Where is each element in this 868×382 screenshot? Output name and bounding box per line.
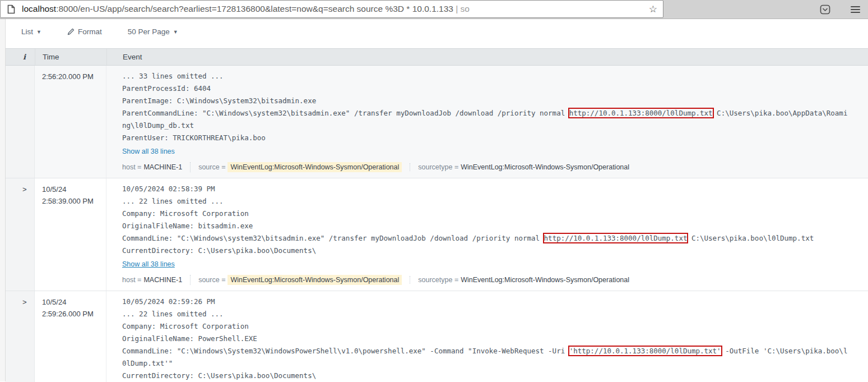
event-text-segment: ParentImage: C:\Windows\System32\bitsadm… [122,96,316,105]
pocket-icon[interactable] [820,4,830,15]
left-gutter [0,19,6,381]
event-row: >10/5/242:59:26.000 PM10/05/2024 02:59:2… [6,291,868,382]
event-raw-line: CurrentDirectory: C:\Users\pika.boo\Docu… [122,370,868,382]
field-host: host = MACHINE-1 [122,163,182,171]
event-text-segment: 0lDump.txt'" [122,359,173,367]
event-text-segment: ParentUser: TRICKORTHREAT\pika.boo [122,134,266,142]
annotation-box: http://10.0.1.133:8000/l0lDump.txt [569,109,713,117]
event-date: 10/5/24 [42,296,106,308]
format-button[interactable]: Format [67,27,102,36]
event-raw-line: ParentProcessId: 6404 [122,82,868,95]
annotation-box: 'http://10.0.1.133:8000/l0lDump.txt' [569,347,721,355]
event-raw-line: 10/05/2024 02:58:39 PM [122,183,868,195]
event-text-segment: ng\l0lDump_db.txt [122,121,194,130]
event-text-segment: 10/05/2024 02:58:39 PM [122,185,215,193]
event-raw-line: ng\l0lDump_db.txt [122,119,868,132]
event-raw-line: CommandLine: "C:\Windows\System32\Window… [122,345,868,357]
field-key: source = [198,163,225,171]
event-text-segment: OriginalFileName: bitsadmin.exe [122,222,253,230]
event-text-segment: ... 33 lines omitted ... [122,72,224,80]
events-table-header: i Time Event [6,48,868,66]
event-date: 10/5/24 [42,183,106,195]
field-key: host = [122,276,141,284]
field-sourcetype: sourcetype = WinEventLog:Microsoft-Windo… [410,276,629,284]
event-raw-line: ParentCommandLine: "C:\Windows\system32\… [122,107,868,119]
event-time-cell: 10/5/242:59:26.000 PM [35,291,106,382]
event-time-cell: 2:56:20.000 PM [35,66,106,178]
field-key: host = [122,163,141,171]
menu-icon[interactable] [851,6,860,13]
event-text-segment: C:\Users\pika.boo\AppData\Roami [713,109,848,117]
event-text-segment: C:\Users\pika.boo\l0lDump.txt [687,234,814,242]
event-fields-row: host = MACHINE-1source = WinEventLog:Mic… [122,162,868,172]
annotation-box: http://10.0.1.133:8000/l0lDump.txt [544,234,688,242]
url-text[interactable]: localhost:8000/en-US/app/search/search?e… [22,4,644,14]
event-raw-line: CurrentDirectory: C:\Users\pika.boo\Docu… [122,245,868,257]
url-bar[interactable]: localhost:8000/en-US/app/search/search?e… [0,0,663,18]
event-time: 2:59:26.000 PM [42,308,106,320]
bookmark-star-icon[interactable]: ☆ [649,3,657,15]
event-raw-line: OriginalFileName: bitsadmin.exe [122,220,868,232]
header-time-column[interactable]: Time [35,49,106,65]
field-value[interactable]: WinEventLog:Microsoft-Windows-Sysmon/Ope… [461,276,629,284]
expand-chevron-icon[interactable]: > [22,298,27,306]
event-raw-line: OriginalFileName: PowerShell.EXE [122,333,868,345]
event-raw-line: ... 22 lines omitted ... [122,308,868,320]
event-info-cell: > [6,178,35,291]
event-raw-line: 0lDump.txt'" [122,357,868,370]
page-icon [7,4,15,14]
per-page-label: 50 Per Page [128,27,170,36]
header-event-column: Event [106,49,868,65]
event-raw-cell: 10/05/2024 02:58:39 PM... 22 lines omitt… [106,178,868,291]
event-text-segment: 10/05/2024 02:59:26 PM [122,297,215,306]
event-text-segment: Company: Microsoft Corporation [122,322,249,330]
event-time-cell: 10/5/242:58:39.000 PM [35,178,106,291]
event-text-segment: ... 22 lines omitted ... [122,197,224,205]
pencil-icon [67,28,75,35]
event-raw-line: Company: Microsoft Corporation [122,208,868,220]
per-page-dropdown[interactable]: 50 Per Page ▼ [128,27,178,36]
header-info-column: i [6,53,35,61]
event-raw-line: Company: Microsoft Corporation [122,320,868,333]
event-info-cell: > [6,291,35,382]
list-view-dropdown[interactable]: List ▼ [21,27,41,36]
list-view-label: List [21,27,33,36]
event-raw-line: ... 22 lines omitted ... [122,195,868,208]
event-text-segment: CurrentDirectory: C:\Users\pika.boo\Docu… [122,371,316,380]
event-time: 2:58:39.000 PM [42,195,106,207]
field-host: host = MACHINE-1 [122,276,182,284]
event-text-segment: CurrentDirectory: C:\Users\pika.boo\Docu… [122,246,316,255]
event-raw-cell: 10/05/2024 02:59:26 PM... 22 lines omitt… [106,291,868,382]
event-raw-cell: ... 33 lines omitted ...ParentProcessId:… [106,66,868,178]
event-text-segment: ParentCommandLine: "C:\Windows\system32\… [122,109,569,117]
show-all-lines-link[interactable]: Show all 38 lines [122,145,175,158]
field-sourcetype: sourcetype = WinEventLog:Microsoft-Windo… [410,163,629,171]
event-info-cell [6,66,35,178]
field-value[interactable]: MACHINE-1 [143,276,182,284]
event-text-segment: ParentProcessId: 6404 [122,84,211,93]
event-raw-line: ... 33 lines omitted ... [122,70,868,82]
field-key: sourcetype = [418,276,458,284]
field-source: source = WinEventLog:Microsoft-Windows-S… [190,162,402,172]
field-key: sourcetype = [418,163,458,171]
event-raw-line: CommandLine: "C:\Windows\system32\bitsad… [122,232,868,245]
event-fields-row: host = MACHINE-1source = WinEventLog:Mic… [122,275,868,285]
event-raw-line: ParentImage: C:\Windows\System32\bitsadm… [122,95,868,107]
event-time: 2:56:20.000 PM [42,71,106,82]
show-all-lines-link[interactable]: Show all 38 lines [122,258,175,270]
expand-chevron-icon[interactable]: > [22,185,27,194]
event-text-segment: -OutFile 'C:\Users\pika.boo\l [721,347,848,355]
field-key: source = [198,276,225,284]
chevron-down-icon: ▼ [36,29,41,35]
event-row: >10/5/242:58:39.000 PM10/05/2024 02:58:3… [6,178,868,291]
event-text-segment: ... 22 lines omitted ... [122,310,224,318]
event-text-segment: CommandLine: "C:\Windows\System32\Window… [122,347,569,355]
browser-chrome: localhost:8000/en-US/app/search/search?e… [0,0,868,19]
field-value[interactable]: MACHINE-1 [143,163,182,171]
event-raw-line: ParentUser: TRICKORTHREAT\pika.boo [122,132,868,144]
field-value[interactable]: WinEventLog:Microsoft-Windows-Sysmon/Ope… [228,162,402,172]
field-value[interactable]: WinEventLog:Microsoft-Windows-Sysmon/Ope… [228,275,402,285]
field-value[interactable]: WinEventLog:Microsoft-Windows-Sysmon/Ope… [461,163,629,171]
format-label: Format [78,27,102,36]
chevron-down-icon: ▼ [173,29,178,35]
